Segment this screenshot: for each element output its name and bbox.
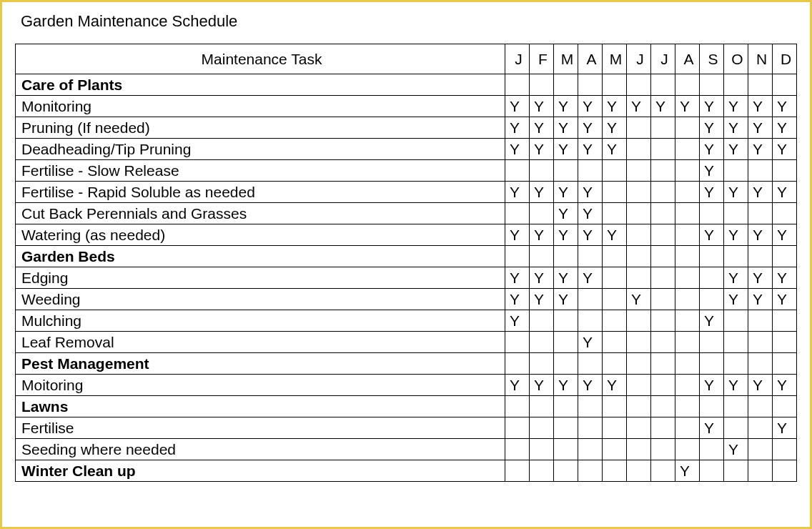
cell: [627, 375, 651, 396]
cell: [603, 160, 627, 182]
header-row: Maintenance Task J F M A M J J A S O N D: [16, 44, 797, 74]
cell: [530, 353, 554, 375]
cell: Y: [748, 139, 773, 160]
cell: Y: [505, 375, 530, 396]
cell: [675, 160, 700, 182]
cell: [700, 74, 724, 96]
cell: Y: [700, 139, 724, 160]
cell: Y: [773, 139, 797, 160]
cell: [530, 160, 554, 182]
cell: Y: [748, 182, 773, 203]
task-label: Seeding where needed: [16, 439, 505, 460]
cell: [554, 353, 578, 375]
cell: [530, 332, 554, 353]
table-row: Fertilise - Rapid Soluble as neededYYYYY…: [16, 182, 797, 203]
cell: [603, 203, 627, 224]
cell: [724, 417, 748, 439]
cell: [530, 203, 554, 224]
cell: Y: [627, 289, 651, 310]
cell: Y: [505, 310, 530, 332]
cell: Y: [724, 96, 748, 117]
cell: [554, 74, 578, 96]
cell: Y: [554, 267, 578, 289]
task-label: Cut Back Perennials and Grasses: [16, 203, 505, 224]
cell: Y: [773, 224, 797, 246]
cell: [530, 246, 554, 267]
header-month-8: S: [700, 44, 724, 74]
cell: [554, 332, 578, 353]
cell: [700, 353, 724, 375]
cell: Y: [578, 375, 603, 396]
cell: [505, 396, 530, 417]
header-month-9: O: [724, 44, 748, 74]
cell: [700, 267, 724, 289]
cell: [675, 267, 700, 289]
table-row: Care of Plants: [16, 74, 797, 96]
cell: [700, 289, 724, 310]
table-row: WeedingYYYYYYY: [16, 289, 797, 310]
cell: [675, 203, 700, 224]
cell: [530, 74, 554, 96]
task-label: Weeding: [16, 289, 505, 310]
cell: [748, 203, 773, 224]
cell: Y: [530, 224, 554, 246]
cell: [724, 246, 748, 267]
cell: Y: [505, 96, 530, 117]
schedule-table: Maintenance Task J F M A M J J A S O N D…: [15, 44, 797, 482]
cell: [675, 310, 700, 332]
cell: [505, 160, 530, 182]
cell: [627, 224, 651, 246]
cell: [773, 396, 797, 417]
cell: [675, 224, 700, 246]
task-label: Monitoring: [16, 96, 505, 117]
cell: Y: [554, 224, 578, 246]
cell: [603, 182, 627, 203]
cell: Y: [748, 96, 773, 117]
cell: [700, 439, 724, 460]
cell: [700, 246, 724, 267]
task-label: Watering (as needed): [16, 224, 505, 246]
cell: Y: [554, 182, 578, 203]
cell: Y: [530, 289, 554, 310]
cell: [675, 396, 700, 417]
cell: Y: [724, 117, 748, 139]
cell: [627, 203, 651, 224]
cell: Y: [724, 139, 748, 160]
cell: [627, 267, 651, 289]
cell: Y: [773, 117, 797, 139]
cell: [627, 160, 651, 182]
cell: [530, 310, 554, 332]
cell: [773, 160, 797, 182]
cell: [578, 246, 603, 267]
cell: [505, 417, 530, 439]
cell: [748, 246, 773, 267]
section-label: Garden Beds: [16, 246, 505, 267]
cell: Y: [505, 139, 530, 160]
cell: [724, 310, 748, 332]
cell: [675, 117, 700, 139]
cell: Y: [773, 375, 797, 396]
cell: Y: [505, 289, 530, 310]
cell: Y: [530, 375, 554, 396]
cell: [651, 289, 675, 310]
task-label: Deadheading/Tip Pruning: [16, 139, 505, 160]
cell: Y: [603, 117, 627, 139]
cell: [700, 460, 724, 482]
table-row: Garden Beds: [16, 246, 797, 267]
cell: Y: [578, 224, 603, 246]
table-row: Pruning (If needed)YYYYYYYYY: [16, 117, 797, 139]
cell: Y: [724, 375, 748, 396]
cell: Y: [700, 224, 724, 246]
cell: [627, 182, 651, 203]
cell: [651, 332, 675, 353]
cell: Y: [773, 182, 797, 203]
cell: [554, 439, 578, 460]
cell: Y: [578, 203, 603, 224]
cell: [675, 182, 700, 203]
table-row: FertiliseYY: [16, 417, 797, 439]
cell: [578, 439, 603, 460]
cell: [505, 353, 530, 375]
cell: Y: [724, 289, 748, 310]
cell: [603, 439, 627, 460]
cell: Y: [530, 267, 554, 289]
